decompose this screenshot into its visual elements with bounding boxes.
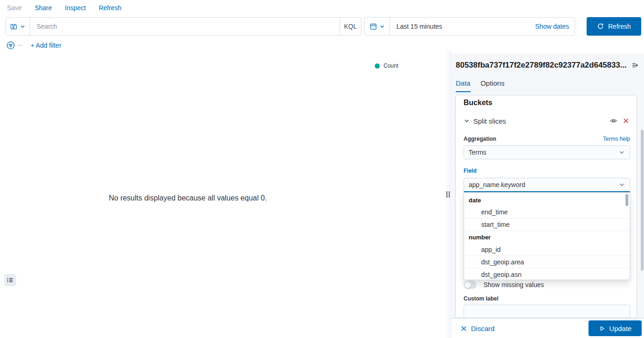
chevron-down-icon <box>619 149 625 156</box>
legend-label: Count <box>384 63 398 69</box>
legend-item-count[interactable]: Count <box>375 63 398 69</box>
filter-bar-dash <box>18 45 23 46</box>
chevron-down-icon <box>20 24 25 29</box>
discard-button-label: Discard <box>471 325 495 332</box>
search-input[interactable] <box>30 18 340 35</box>
chevron-down-icon <box>379 24 385 29</box>
sidebar-scrollbar[interactable] <box>641 130 644 271</box>
close-icon <box>460 325 467 332</box>
refresh-icon <box>597 23 604 30</box>
field-combobox-value: app_name.keyword <box>469 181 619 188</box>
update-button[interactable]: Update <box>588 320 642 336</box>
aggregation-selected-value: Terms <box>469 149 619 156</box>
search-box: KQL <box>6 17 361 36</box>
kibana-visualization-editor: Save Share Inspect Refresh <box>0 0 644 338</box>
kql-language-button[interactable]: KQL <box>340 18 361 35</box>
vis-editor-sidebar: 80538fba737f17f2e2789f82c92377a2d645833.… <box>452 53 644 338</box>
field-group-header: number <box>464 231 630 243</box>
field-label-row: Field <box>464 168 630 174</box>
resizer-grip-icon <box>446 191 450 198</box>
chevron-down-icon <box>619 182 625 188</box>
query-bar: KQL Last 15 minutes Show dates <box>0 17 644 36</box>
field-group-header: date <box>464 194 630 206</box>
inspect-menu-item[interactable]: Inspect <box>65 4 86 12</box>
chevron-down-icon[interactable] <box>464 118 470 124</box>
buckets-card: Buckets Split slices <box>455 95 637 318</box>
sidebar-tabs: Data Options <box>456 79 504 92</box>
sidebar-header: 80538fba737f17f2e2789f82c92377a2d645833.… <box>456 61 640 70</box>
saved-query-menu-button[interactable] <box>6 18 30 35</box>
toggle-bucket-visibility-button[interactable] <box>609 116 618 125</box>
field-label: Field <box>464 168 477 174</box>
aggregation-label: Aggregation <box>464 136 496 142</box>
save-icon <box>10 23 18 30</box>
list-icon <box>6 276 14 284</box>
no-results-message: No results displayed because all values … <box>109 194 267 202</box>
field-option[interactable]: dst_geoip.area <box>464 256 630 268</box>
time-range-value[interactable]: Last 15 minutes <box>390 18 530 35</box>
terms-help-link[interactable]: Terms help <box>603 136 630 142</box>
update-button-label: Update <box>609 325 632 332</box>
tab-data[interactable]: Data <box>456 79 471 92</box>
share-menu-item[interactable]: Share <box>35 4 52 12</box>
date-quick-select-button[interactable] <box>365 18 390 35</box>
show-missing-values-label: Show missing values <box>483 281 544 288</box>
show-dates-button[interactable]: Show dates <box>530 18 575 35</box>
custom-label-input[interactable] <box>464 305 630 318</box>
field-option[interactable]: app_id <box>464 243 630 256</box>
refresh-menu-item[interactable]: Refresh <box>99 4 121 12</box>
date-picker: Last 15 minutes Show dates <box>364 17 575 36</box>
collapse-sidebar-button[interactable] <box>631 61 640 70</box>
add-filter-link[interactable]: + Add filter <box>31 42 62 49</box>
top-nav: Save Share Inspect Refresh <box>0 0 644 16</box>
eye-icon <box>610 117 617 125</box>
calendar-icon <box>370 23 377 30</box>
show-missing-values-toggle[interactable] <box>464 281 477 289</box>
play-icon <box>599 325 606 332</box>
buckets-heading: Buckets <box>464 99 630 107</box>
aggregation-select[interactable]: Terms <box>464 145 630 159</box>
show-missing-values-row: Show missing values <box>464 280 630 290</box>
field-option[interactable]: dst_geoip.asn <box>464 268 630 280</box>
toggle-knob <box>464 282 471 288</box>
tab-options[interactable]: Options <box>481 79 505 92</box>
visualization-title: 80538fba737f17f2e2789f82c92377a2d645833.… <box>456 61 627 70</box>
refresh-query-button[interactable]: Refresh <box>587 17 641 36</box>
sidebar-footer: Discard Update <box>452 318 644 338</box>
legend-color-dot <box>375 63 380 69</box>
toggle-legend-button[interactable] <box>4 274 16 286</box>
split-slices-accordion: Split slices <box>464 115 630 127</box>
filter-bar: + Add filter <box>0 39 644 51</box>
dropdown-scrollbar[interactable] <box>625 194 628 206</box>
field-options-dropdown: date end_time start_time number app_id d… <box>464 192 630 280</box>
panel-resizer[interactable] <box>445 51 452 338</box>
remove-bucket-button[interactable] <box>622 117 630 125</box>
field-option[interactable]: start_time <box>464 218 630 231</box>
filter-options-icon[interactable] <box>6 41 15 50</box>
field-combobox[interactable]: app_name.keyword <box>464 178 630 192</box>
save-menu-item[interactable]: Save <box>7 4 22 12</box>
menu-right-icon <box>632 62 639 69</box>
field-option[interactable]: end_time <box>464 206 630 218</box>
refresh-button-label: Refresh <box>608 23 631 30</box>
custom-label-label: Custom label <box>464 295 630 302</box>
discard-button[interactable]: Discard <box>460 325 495 332</box>
split-slices-label[interactable]: Split slices <box>473 117 609 125</box>
close-icon <box>623 118 629 124</box>
aggregation-label-row: Aggregation Terms help <box>464 136 630 142</box>
